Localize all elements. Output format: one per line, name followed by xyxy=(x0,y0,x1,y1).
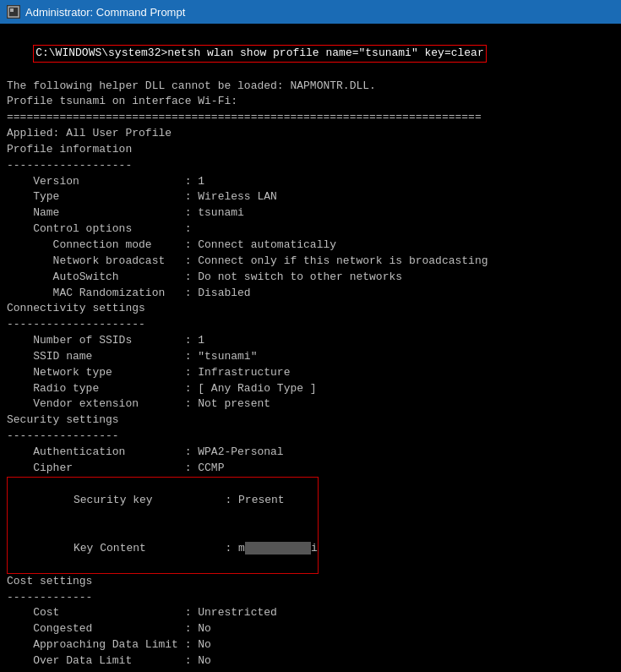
window-title: Administrator: Command Prompt xyxy=(25,6,185,19)
output-line: Authentication : WPA2-Personal xyxy=(7,445,614,461)
output-line: Version : 1 xyxy=(7,174,614,190)
output-line: Profile information xyxy=(7,142,614,158)
command-input-box: C:\WINDOWS\system32>netsh wlan show prof… xyxy=(33,45,487,63)
output-line: Applied: All User Profile xyxy=(7,126,614,142)
output-line: Network type : Infrastructure xyxy=(7,365,614,381)
key-content-line: Key Content : m i xyxy=(8,525,318,573)
cost-line: Over Data Limit : No xyxy=(7,653,614,669)
output-line: Vendor extension : Not present xyxy=(7,396,614,412)
title-bar: Administrator: Command Prompt xyxy=(0,0,621,24)
output-line: Radio type : [ Any Radio Type ] xyxy=(7,381,614,397)
output-line: Control options : xyxy=(7,221,614,238)
output-line: AutoSwitch : Do not switch to other netw… xyxy=(7,270,614,286)
redacted-password xyxy=(245,542,311,555)
output-line: ----------------- xyxy=(7,429,614,445)
cost-line: ------------- xyxy=(7,590,614,606)
cost-line: Congested : No xyxy=(7,621,614,637)
svg-rect-1 xyxy=(10,8,14,12)
output-line: SSID name : "tsunami" xyxy=(7,349,614,365)
security-highlight-block: Security key : Present Key Content : m i xyxy=(7,477,319,574)
output-line: Connection mode : Connect automatically xyxy=(7,238,614,254)
cost-line: Approaching Data Limit : No xyxy=(7,637,614,653)
output-line: Number of SSIDs : 1 xyxy=(7,333,614,349)
output-line: ========================================… xyxy=(7,110,614,126)
output-line: Network broadcast : Connect only if this… xyxy=(7,254,614,270)
terminal: C:\WINDOWS\system32>netsh wlan show prof… xyxy=(0,24,621,672)
command-line: C:\WINDOWS\system32>netsh wlan show prof… xyxy=(7,29,614,79)
output-line: The following helper DLL cannot be loade… xyxy=(7,79,614,95)
security-key-line: Security key : Present xyxy=(8,478,318,526)
cost-line: Cost : Unrestricted xyxy=(7,605,614,621)
output-line: Security settings xyxy=(7,412,614,429)
cost-line: Cost settings xyxy=(7,574,614,590)
output-line: MAC Randomization : Disabled xyxy=(7,286,614,302)
window-icon xyxy=(7,5,20,19)
output-line: Name : tsunami xyxy=(7,205,614,221)
output-line: ------------------- xyxy=(7,158,614,174)
output-line: Cipher : CCMP xyxy=(7,461,614,477)
output-line: --------------------- xyxy=(7,317,614,333)
output-lines: The following helper DLL cannot be loade… xyxy=(7,79,614,477)
output-line: Profile tsunami on interface Wi-Fi: xyxy=(7,94,614,110)
cost-lines: Cost settings------------- Cost : Unrest… xyxy=(7,574,614,672)
output-line: Connectivity settings xyxy=(7,301,614,317)
output-line: Type : Wireless LAN xyxy=(7,189,614,205)
